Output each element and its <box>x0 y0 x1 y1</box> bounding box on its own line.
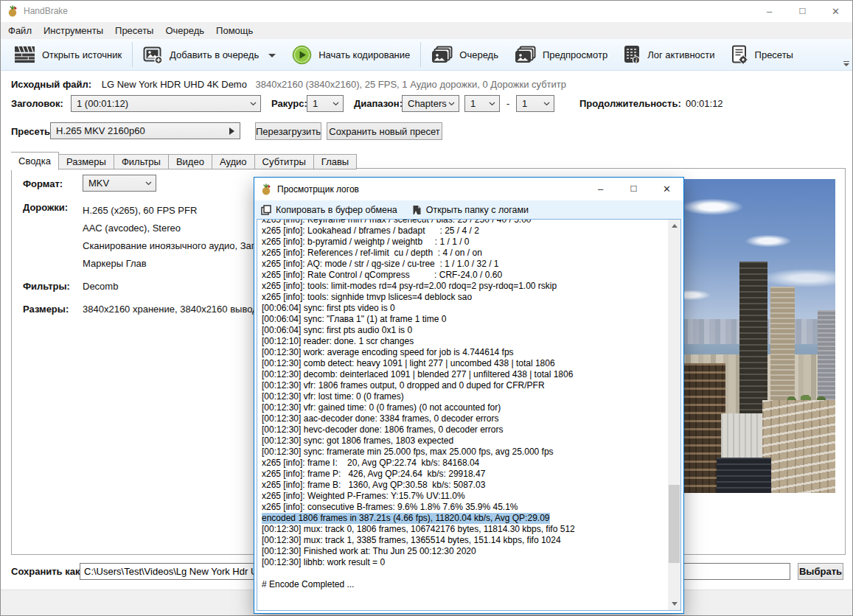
source-details: 3840x2160 (3840x2160), 25 FPS, 1 Аудио д… <box>256 79 566 90</box>
log-scrollbar[interactable] <box>668 220 680 610</box>
log-lines: x265 [info]: Keyframe min / max / scenec… <box>262 219 667 590</box>
angle-select-value: 1 <box>313 98 318 109</box>
angle-label: Ракурс: <box>271 98 307 109</box>
start-encode-button[interactable]: Начать кодирование <box>284 41 418 68</box>
tracks-label: Дорожки: <box>23 202 68 213</box>
preview-label: Предпросмотр <box>543 49 607 60</box>
log-line: x265 [info]: frame P: 426, Avg QP:24.64 … <box>262 469 667 480</box>
track-line: Сканирование иноязычного аудио, Записа <box>83 237 272 255</box>
menu-item[interactable]: Пресеты <box>109 22 159 39</box>
window-title: HandBrake <box>24 6 68 16</box>
format-label: Формат: <box>23 178 63 189</box>
range-to-value: 1 <box>522 98 527 109</box>
title-label: Заголовок: <box>11 98 63 109</box>
maximize-button[interactable]: ☐ <box>786 0 819 22</box>
open-source-button[interactable]: Открыть источник <box>6 41 130 68</box>
menu-item[interactable]: Помощь <box>210 22 259 39</box>
source-name: LG New York HDR UHD 4K Demo <box>102 79 247 90</box>
reload-preset-button[interactable]: Перезагрузить <box>255 122 321 140</box>
copy-icon <box>261 205 271 215</box>
log-line: [00:12:30] mux: track 0, 1806 frames, 10… <box>262 524 667 535</box>
scroll-down-arrow-icon[interactable] <box>668 598 680 610</box>
picture-add-icon <box>143 46 163 64</box>
preset-select-value: H.265 MKV 2160p60 <box>56 125 145 136</box>
log-line: [00:12:30] decomb: deinterlaced 1091 | b… <box>262 369 667 380</box>
open-log-folder-button[interactable]: Открыть папку с логами <box>412 205 529 215</box>
track-line: H.265 (x265), 60 FPS PFR <box>83 202 272 220</box>
preview-button[interactable]: Предпросмотр <box>506 41 616 68</box>
toolbar-separator <box>132 42 133 67</box>
log-line: [00:12:30] vfr: lost time: 0 (0 frames) <box>262 391 667 402</box>
toolbar-overflow-icon[interactable] <box>843 61 850 68</box>
chevron-down-icon <box>333 102 339 106</box>
range-type-value: Chapters <box>408 98 447 109</box>
tab[interactable]: Размеры <box>59 154 114 169</box>
scroll-up-arrow-icon[interactable] <box>668 220 680 232</box>
menu-item[interactable]: Файл <box>2 22 38 39</box>
track-line: AAC (avcodec), Stereo <box>83 220 272 237</box>
log-line: x265 [info]: tools: signhide tmvp lslice… <box>262 292 667 303</box>
log-line: x265 [info]: tools: limit-modes rd=4 psy… <box>262 281 667 292</box>
save-new-preset-button[interactable]: Сохранить новый пресет <box>327 122 442 140</box>
add-to-queue-button[interactable]: Добавить в очередь <box>135 41 284 68</box>
activity-log-button[interactable]: i Лог активности <box>616 41 723 68</box>
browse-button[interactable]: Выбрать <box>798 563 843 580</box>
tab[interactable]: Фильтры <box>114 154 169 169</box>
log-line: x265 [info]: Lookahead / bframes / badap… <box>262 225 667 237</box>
range-to-select[interactable]: 1 <box>516 95 554 112</box>
toolbar: Открыть источник Добавить в очередь Нача… <box>0 39 853 71</box>
activity-log-label: Лог активности <box>647 49 714 60</box>
log-line: x265 [info]: References / ref-limit cu /… <box>262 248 667 259</box>
preview-building <box>762 400 835 493</box>
dialog-close-button[interactable]: ✕ <box>650 178 683 200</box>
dialog-minimize-button[interactable]: – <box>584 178 617 200</box>
log-line <box>262 568 667 579</box>
toolbar-separator <box>420 42 421 67</box>
arrow-right-icon <box>229 127 234 135</box>
log-line: [00:12:30] libhb: work result = 0 <box>262 557 667 568</box>
activity-log-icon: i <box>624 45 641 64</box>
log-line: [00:12:30] Finished work at: Thu Jun 25 … <box>262 546 667 557</box>
save-as-label: Сохранить как: <box>11 566 83 577</box>
log-line: [00:12:30] sync: framerate min 25.000 fp… <box>262 447 667 458</box>
menu-item[interactable]: Инструменты <box>38 22 109 39</box>
dialog-maximize-button[interactable]: ☐ <box>617 178 650 200</box>
log-text-area[interactable]: x265 [info]: Keyframe min / max / scenec… <box>257 219 681 611</box>
log-line: x265 [info]: b-pyramid / weightp / weigh… <box>262 237 667 248</box>
presets-doc-gear-icon <box>731 45 748 64</box>
source-label: Исходный файл: <box>11 79 91 90</box>
log-line: x265 [info]: frame I: 20, Avg QP:22.74 k… <box>262 458 667 469</box>
queue-stack-icon <box>431 46 453 64</box>
tab[interactable]: Аудио <box>212 154 255 169</box>
tab[interactable]: Видео <box>169 154 212 169</box>
tab-bar: СводкаРазмерыФильтрыВидеоАудиоСубтитрыГл… <box>11 151 357 169</box>
log-line: x265 [info]: Rate Control / qCompress : … <box>262 270 667 281</box>
log-line: [00:12:10] reader: done. 1 scr changes <box>262 336 667 347</box>
format-select[interactable]: MKV <box>83 175 156 192</box>
angle-select[interactable]: 1 <box>307 95 344 112</box>
start-encode-label: Начать кодирование <box>318 49 410 60</box>
preset-select[interactable]: H.265 MKV 2160p60 <box>50 122 240 139</box>
log-line: x265 [info]: AQ: mode / str / qg-size / … <box>262 259 667 270</box>
log-line: encoded 1806 frames in 387.21s (4.66 fps… <box>262 513 550 524</box>
copy-to-clipboard-label: Копировать в буфер обмена <box>276 205 397 215</box>
log-line: [00:12:30] aac-decoder done: 3384 frames… <box>262 413 667 424</box>
chevron-down-icon <box>543 102 550 106</box>
queue-button[interactable]: Очередь <box>423 41 506 68</box>
scrollbar-thumb[interactable] <box>669 485 680 563</box>
copy-to-clipboard-button[interactable]: Копировать в буфер обмена <box>261 205 397 215</box>
handbrake-logo-icon <box>260 183 272 195</box>
tab[interactable]: Сводка <box>11 152 59 170</box>
log-line: [00:12:30] work: average encoding speed … <box>262 347 667 358</box>
range-from-select[interactable]: 1 <box>464 95 500 112</box>
source-row: Исходный файл: LG New York HDR UHD 4K De… <box>11 79 566 90</box>
range-separator: - <box>506 98 509 109</box>
tab[interactable]: Главы <box>314 154 357 169</box>
tab[interactable]: Субтитры <box>255 154 314 169</box>
menu-item[interactable]: Очередь <box>159 22 210 39</box>
range-type-select[interactable]: Chapters <box>402 95 459 112</box>
minimize-button[interactable]: – <box>753 0 786 22</box>
title-select[interactable]: 1 (00:01:12) <box>71 95 261 112</box>
presets-button[interactable]: Пресеты <box>723 41 801 68</box>
close-button[interactable]: ✕ <box>819 0 852 22</box>
